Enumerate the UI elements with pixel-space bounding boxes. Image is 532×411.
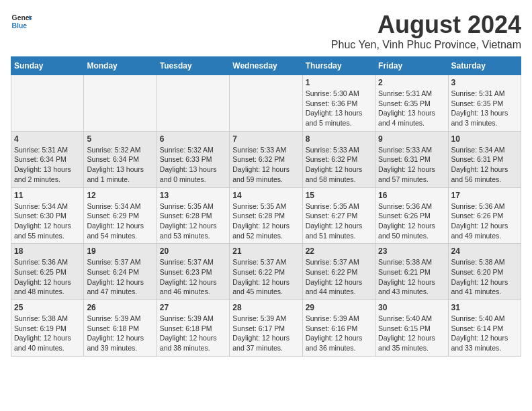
calendar-cell: 28Sunrise: 5:39 AM Sunset: 6:17 PM Dayli…: [230, 300, 302, 357]
day-number: 6: [160, 134, 226, 144]
cell-info: Sunrise: 5:34 AM Sunset: 6:30 PM Dayligh…: [14, 201, 81, 241]
title-block: August 2024 Phuc Yen, Vinh Phuc Province…: [331, 11, 521, 51]
cell-info: Sunrise: 5:30 AM Sunset: 6:36 PM Dayligh…: [306, 89, 372, 128]
page-title: August 2024: [331, 11, 521, 39]
day-number: 2: [378, 78, 445, 87]
calendar-week-row: 4Sunrise: 5:31 AM Sunset: 6:34 PM Daylig…: [11, 131, 521, 187]
day-number: 25: [14, 303, 81, 312]
cell-info: Sunrise: 5:34 AM Sunset: 6:29 PM Dayligh…: [87, 201, 153, 241]
calendar-cell: 7Sunrise: 5:33 AM Sunset: 6:32 PM Daylig…: [230, 131, 302, 187]
day-number: 3: [451, 78, 518, 87]
day-number: 14: [232, 191, 299, 200]
calendar-header-cell: Monday: [84, 57, 157, 75]
calendar-header-cell: Friday: [375, 57, 448, 75]
calendar-cell: 21Sunrise: 5:37 AM Sunset: 6:22 PM Dayli…: [230, 244, 302, 300]
calendar-cell: 31Sunrise: 5:40 AM Sunset: 6:14 PM Dayli…: [448, 300, 521, 357]
calendar-week-row: 11Sunrise: 5:34 AM Sunset: 6:30 PM Dayli…: [11, 187, 521, 244]
calendar-cell: 2Sunrise: 5:31 AM Sunset: 6:35 PM Daylig…: [375, 75, 448, 132]
cell-info: Sunrise: 5:31 AM Sunset: 6:34 PM Dayligh…: [14, 145, 81, 185]
calendar-cell: 5Sunrise: 5:32 AM Sunset: 6:34 PM Daylig…: [84, 131, 157, 187]
calendar-cell: 18Sunrise: 5:36 AM Sunset: 6:25 PM Dayli…: [11, 244, 84, 300]
cell-info: Sunrise: 5:36 AM Sunset: 6:25 PM Dayligh…: [14, 257, 81, 297]
calendar-cell: 4Sunrise: 5:31 AM Sunset: 6:34 PM Daylig…: [11, 131, 84, 187]
calendar-cell: 11Sunrise: 5:34 AM Sunset: 6:30 PM Dayli…: [11, 187, 84, 244]
calendar-cell: 17Sunrise: 5:36 AM Sunset: 6:26 PM Dayli…: [448, 187, 521, 244]
day-number: 10: [451, 134, 518, 144]
calendar-cell: 22Sunrise: 5:37 AM Sunset: 6:22 PM Dayli…: [302, 244, 375, 300]
calendar-cell: 3Sunrise: 5:31 AM Sunset: 6:35 PM Daylig…: [448, 75, 521, 132]
cell-info: Sunrise: 5:35 AM Sunset: 6:28 PM Dayligh…: [232, 201, 299, 241]
svg-text:Blue: Blue: [12, 22, 28, 30]
cell-info: Sunrise: 5:37 AM Sunset: 6:22 PM Dayligh…: [306, 257, 372, 297]
cell-info: Sunrise: 5:32 AM Sunset: 6:33 PM Dayligh…: [160, 145, 226, 185]
cell-info: Sunrise: 5:33 AM Sunset: 6:31 PM Dayligh…: [378, 145, 445, 185]
calendar-cell: 30Sunrise: 5:40 AM Sunset: 6:15 PM Dayli…: [375, 300, 448, 357]
calendar-body: 1Sunrise: 5:30 AM Sunset: 6:36 PM Daylig…: [11, 75, 521, 357]
day-number: 29: [306, 303, 372, 312]
calendar-week-row: 18Sunrise: 5:36 AM Sunset: 6:25 PM Dayli…: [11, 244, 521, 300]
day-number: 8: [306, 134, 372, 144]
calendar-week-row: 1Sunrise: 5:30 AM Sunset: 6:36 PM Daylig…: [11, 75, 521, 132]
cell-info: Sunrise: 5:39 AM Sunset: 6:18 PM Dayligh…: [87, 314, 153, 353]
day-number: 18: [14, 246, 81, 256]
calendar-cell: 26Sunrise: 5:39 AM Sunset: 6:18 PM Dayli…: [84, 300, 157, 357]
calendar-header-cell: Saturday: [448, 57, 521, 75]
cell-info: Sunrise: 5:31 AM Sunset: 6:35 PM Dayligh…: [451, 89, 518, 128]
cell-info: Sunrise: 5:33 AM Sunset: 6:32 PM Dayligh…: [306, 145, 372, 185]
day-number: 19: [87, 246, 153, 256]
calendar-header-cell: Sunday: [11, 57, 84, 75]
calendar-header-cell: Wednesday: [230, 57, 302, 75]
page-header: General Blue August 2024 Phuc Yen, Vinh …: [11, 11, 521, 51]
day-number: 31: [451, 303, 518, 312]
calendar-cell: 9Sunrise: 5:33 AM Sunset: 6:31 PM Daylig…: [375, 131, 448, 187]
logo-icon: General Blue: [11, 11, 32, 32]
cell-info: Sunrise: 5:39 AM Sunset: 6:16 PM Dayligh…: [306, 314, 372, 353]
calendar-cell: 24Sunrise: 5:38 AM Sunset: 6:20 PM Dayli…: [448, 244, 521, 300]
calendar-cell: 1Sunrise: 5:30 AM Sunset: 6:36 PM Daylig…: [302, 75, 375, 132]
cell-info: Sunrise: 5:38 AM Sunset: 6:20 PM Dayligh…: [451, 257, 518, 297]
calendar-cell: 27Sunrise: 5:39 AM Sunset: 6:18 PM Dayli…: [157, 300, 229, 357]
cell-info: Sunrise: 5:36 AM Sunset: 6:26 PM Dayligh…: [378, 201, 445, 241]
cell-info: Sunrise: 5:37 AM Sunset: 6:22 PM Dayligh…: [232, 257, 299, 297]
calendar-cell: 13Sunrise: 5:35 AM Sunset: 6:28 PM Dayli…: [157, 187, 229, 244]
day-number: 17: [451, 191, 518, 200]
logo: General Blue: [11, 11, 32, 32]
cell-info: Sunrise: 5:39 AM Sunset: 6:18 PM Dayligh…: [160, 314, 226, 353]
cell-info: Sunrise: 5:38 AM Sunset: 6:19 PM Dayligh…: [14, 314, 81, 353]
calendar-cell: 23Sunrise: 5:38 AM Sunset: 6:21 PM Dayli…: [375, 244, 448, 300]
cell-info: Sunrise: 5:40 AM Sunset: 6:15 PM Dayligh…: [378, 314, 445, 353]
day-number: 20: [160, 246, 226, 256]
day-number: 5: [87, 134, 153, 144]
calendar-table: SundayMondayTuesdayWednesdayThursdayFrid…: [11, 56, 521, 357]
calendar-cell: 16Sunrise: 5:36 AM Sunset: 6:26 PM Dayli…: [375, 187, 448, 244]
calendar-cell: 19Sunrise: 5:37 AM Sunset: 6:24 PM Dayli…: [84, 244, 157, 300]
day-number: 21: [232, 246, 299, 256]
cell-info: Sunrise: 5:36 AM Sunset: 6:26 PM Dayligh…: [451, 201, 518, 241]
day-number: 1: [306, 78, 372, 87]
cell-info: Sunrise: 5:35 AM Sunset: 6:28 PM Dayligh…: [160, 201, 226, 241]
day-number: 30: [378, 303, 445, 312]
calendar-header-cell: Tuesday: [157, 57, 229, 75]
day-number: 26: [87, 303, 153, 312]
day-number: 13: [160, 191, 226, 200]
cell-info: Sunrise: 5:31 AM Sunset: 6:35 PM Dayligh…: [378, 89, 445, 128]
cell-info: Sunrise: 5:38 AM Sunset: 6:21 PM Dayligh…: [378, 257, 445, 297]
calendar-cell: 10Sunrise: 5:34 AM Sunset: 6:31 PM Dayli…: [448, 131, 521, 187]
day-number: 23: [378, 246, 445, 256]
calendar-cell: 6Sunrise: 5:32 AM Sunset: 6:33 PM Daylig…: [157, 131, 229, 187]
calendar-header-row: SundayMondayTuesdayWednesdayThursdayFrid…: [11, 57, 521, 75]
calendar-cell: [230, 75, 302, 132]
calendar-cell: 8Sunrise: 5:33 AM Sunset: 6:32 PM Daylig…: [302, 131, 375, 187]
cell-info: Sunrise: 5:37 AM Sunset: 6:23 PM Dayligh…: [160, 257, 226, 297]
cell-info: Sunrise: 5:35 AM Sunset: 6:27 PM Dayligh…: [306, 201, 372, 241]
cell-info: Sunrise: 5:33 AM Sunset: 6:32 PM Dayligh…: [232, 145, 299, 185]
calendar-week-row: 25Sunrise: 5:38 AM Sunset: 6:19 PM Dayli…: [11, 300, 521, 357]
cell-info: Sunrise: 5:32 AM Sunset: 6:34 PM Dayligh…: [87, 145, 153, 185]
day-number: 4: [14, 134, 81, 144]
day-number: 7: [232, 134, 299, 144]
calendar-cell: 14Sunrise: 5:35 AM Sunset: 6:28 PM Dayli…: [230, 187, 302, 244]
day-number: 15: [306, 191, 372, 200]
calendar-cell: [84, 75, 157, 132]
day-number: 27: [160, 303, 226, 312]
day-number: 24: [451, 246, 518, 256]
